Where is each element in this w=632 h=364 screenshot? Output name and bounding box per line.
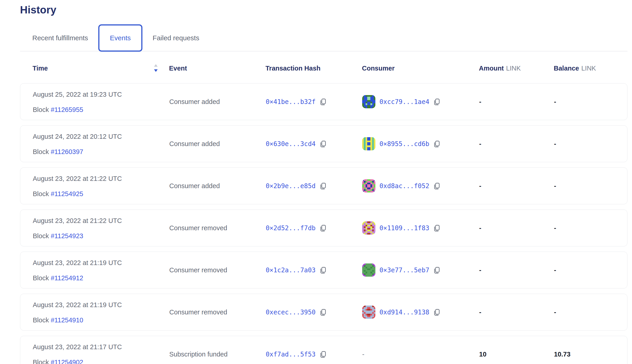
row-date: August 23, 2022 at 21:22 UTC [33, 175, 122, 182]
block-number-link[interactable]: #11254912 [51, 274, 83, 282]
copy-icon[interactable] [433, 182, 441, 190]
copy-icon[interactable] [433, 140, 441, 148]
event-cell: Consumer added [169, 98, 220, 106]
amount-cell: - [479, 308, 482, 316]
column-header-consumer: Consumer [362, 64, 394, 72]
amount-cell: 10 [479, 350, 486, 358]
block-label: Block [33, 274, 49, 282]
tx-hash-link[interactable]: 0×630e...3cd4 [266, 140, 316, 148]
consumer-cell: - [362, 350, 364, 358]
copy-icon[interactable] [319, 224, 327, 232]
row-date: August 23, 2022 at 21:22 UTC [33, 217, 122, 224]
tx-hash-link[interactable]: 0xf7ad...5f53 [266, 350, 316, 358]
balance-cell: - [554, 182, 556, 190]
amount-cell: - [479, 266, 482, 274]
block-line: Block #11254912 [33, 274, 122, 282]
consumer-cell: 0xcc79...1ae4 [362, 95, 441, 108]
consumer-cell: 0xd8ac...f052 [362, 179, 441, 192]
block-label: Block [33, 148, 49, 156]
block-line: Block #11260397 [33, 148, 122, 156]
copy-icon[interactable] [433, 98, 441, 106]
event-cell: Consumer added [169, 182, 220, 190]
balance-cell: - [554, 224, 556, 232]
hash-cell: 0×41be...b32f [266, 98, 327, 106]
tx-hash-link[interactable]: 0×2b9e...e85d [266, 182, 316, 190]
table-row: August 23, 2022 at 21:22 UTCBlock #11254… [20, 168, 628, 204]
consumer-empty: - [362, 350, 364, 358]
amount-cell: - [479, 224, 482, 232]
column-header-hash: Transaction Hash [266, 64, 320, 72]
time-cell: August 23, 2022 at 21:19 UTCBlock #11254… [33, 301, 122, 324]
tab-events[interactable]: Events [98, 24, 142, 52]
block-number-link[interactable]: #11254923 [51, 232, 83, 240]
table-row: August 25, 2022 at 19:23 UTCBlock #11265… [20, 83, 628, 120]
amount-unit-label: LINK [506, 64, 521, 72]
tab-failed-requests[interactable]: Failed requests [153, 34, 199, 42]
table-row: August 23, 2022 at 21:19 UTCBlock #11254… [20, 252, 628, 288]
block-number-link[interactable]: #11254902 [51, 358, 83, 364]
history-panel: History Recent fulfillments Events Faile… [20, 4, 628, 364]
table-header: Time Event Transaction Hash Consumer Amo… [20, 52, 628, 83]
row-date: August 25, 2022 at 19:23 UTC [33, 91, 122, 98]
consumer-cell: 0×3e77...5eb7 [362, 264, 441, 277]
copy-icon[interactable] [319, 308, 327, 316]
tx-hash-link[interactable]: 0xecec...3950 [266, 308, 316, 316]
block-number-link[interactable]: #11254925 [51, 190, 83, 198]
hash-cell: 0×2d52...f7db [266, 224, 327, 232]
amount-cell: - [479, 98, 482, 106]
copy-icon[interactable] [433, 308, 441, 316]
block-line: Block #11254923 [33, 232, 122, 240]
balance-cell: - [554, 266, 556, 274]
time-cell: August 23, 2022 at 21:22 UTCBlock #11254… [33, 175, 122, 198]
copy-icon[interactable] [319, 350, 327, 358]
consumer-cell: 0xd914...9138 [362, 306, 441, 319]
row-date: August 24, 2022 at 20:12 UTC [33, 133, 122, 140]
consumer-identicon [362, 179, 376, 192]
copy-icon[interactable] [319, 98, 327, 106]
consumer-address-link[interactable]: 0xcc79...1ae4 [380, 98, 429, 106]
block-number-link[interactable]: #11254910 [51, 316, 83, 324]
hash-cell: 0×2b9e...e85d [266, 182, 327, 190]
copy-icon[interactable] [319, 140, 327, 148]
copy-icon[interactable] [433, 224, 441, 232]
row-date: August 23, 2022 at 21:19 UTC [33, 259, 122, 267]
consumer-cell: 0×8955...cd6b [362, 137, 441, 150]
tx-hash-link[interactable]: 0×41be...b32f [266, 98, 316, 106]
consumer-address-link[interactable]: 0×3e77...5eb7 [380, 266, 429, 274]
row-date: August 23, 2022 at 21:19 UTC [33, 301, 122, 309]
row-date: August 23, 2022 at 21:17 UTC [33, 343, 122, 351]
tx-hash-link[interactable]: 0×1c2a...7a03 [266, 266, 316, 274]
balance-cell: 10.73 [554, 350, 570, 358]
tab-recent-fulfillments[interactable]: Recent fulfillments [32, 34, 88, 42]
block-line: Block #11254910 [33, 316, 122, 324]
event-cell: Subscription funded [169, 350, 228, 358]
hash-cell: 0xecec...3950 [266, 308, 327, 316]
event-cell: Consumer removed [169, 308, 227, 316]
copy-icon[interactable] [433, 266, 441, 274]
time-cell: August 24, 2022 at 20:12 UTCBlock #11260… [33, 133, 122, 156]
block-number-link[interactable]: #11260397 [51, 148, 83, 156]
table-row: August 23, 2022 at 21:22 UTCBlock #11254… [20, 210, 628, 246]
block-label: Block [33, 190, 49, 198]
consumer-identicon [362, 264, 376, 277]
block-line: Block #11265955 [33, 106, 122, 114]
consumer-address-link[interactable]: 0xd8ac...f052 [380, 182, 429, 190]
consumer-identicon [362, 221, 376, 234]
copy-icon[interactable] [319, 182, 327, 190]
consumer-address-link[interactable]: 0×8955...cd6b [380, 140, 429, 148]
consumer-identicon [362, 137, 376, 150]
column-header-time[interactable]: Time [32, 64, 48, 72]
balance-cell: - [554, 308, 556, 316]
column-header-balance: BalanceLINK [554, 64, 596, 72]
copy-icon[interactable] [319, 266, 327, 274]
consumer-address-link[interactable]: 0×1109...1f83 [380, 224, 429, 232]
time-cell: August 23, 2022 at 21:22 UTCBlock #11254… [33, 217, 122, 240]
consumer-address-link[interactable]: 0xd914...9138 [380, 308, 429, 316]
hash-cell: 0×1c2a...7a03 [266, 266, 327, 274]
page-title: History [20, 4, 628, 16]
tx-hash-link[interactable]: 0×2d52...f7db [266, 224, 316, 232]
block-number-link[interactable]: #11265955 [51, 106, 83, 113]
table-row: August 23, 2022 at 21:19 UTCBlock #11254… [20, 294, 628, 330]
sort-desc-icon[interactable] [153, 64, 158, 73]
hash-cell: 0xf7ad...5f53 [266, 350, 327, 358]
